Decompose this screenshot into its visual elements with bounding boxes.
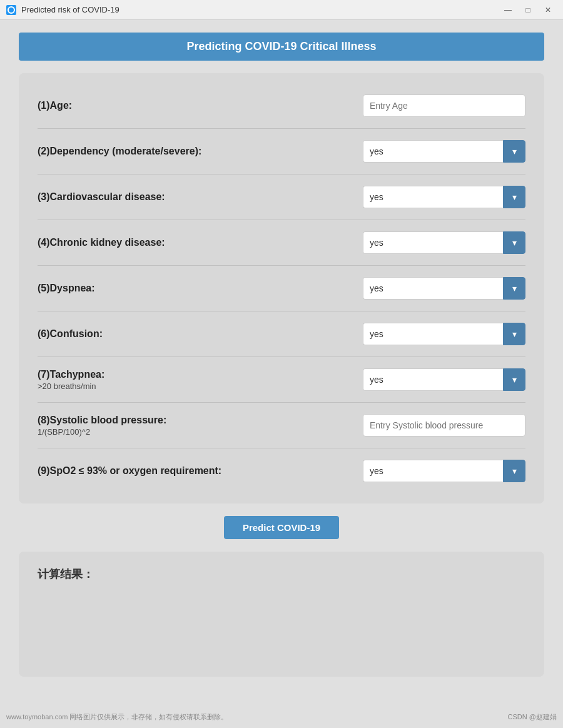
label-group-kidney: (4)Chronic kidney disease: bbox=[38, 237, 363, 248]
select-dyspnea[interactable]: yes no bbox=[363, 277, 503, 300]
label-sbp-sub: 1/(SBP/100)^2 bbox=[38, 427, 363, 437]
result-panel: 计算结果： bbox=[19, 552, 544, 677]
label-group-sbp: (8)Systolic blood pressure: 1/(SBP/100)^… bbox=[38, 415, 363, 437]
label-group-dyspnea: (5)Dyspnea: bbox=[38, 283, 363, 294]
label-dyspnea: (5)Dyspnea: bbox=[38, 283, 95, 293]
form-row-age: (1)Age: bbox=[38, 86, 525, 126]
form-row-kidney: (4)Chronic kidney disease: yes no bbox=[38, 223, 525, 263]
label-dependency: (2)Dependency (moderate/severe): bbox=[38, 146, 201, 156]
control-wrapper-kidney: yes no bbox=[363, 231, 525, 254]
select-wrapper-dyspnea: yes no bbox=[363, 277, 525, 300]
result-title: 计算结果： bbox=[38, 568, 94, 580]
select-kidney[interactable]: yes no bbox=[363, 231, 503, 254]
label-spo2: (9)SpO2 ≤ 93% or oxygen requirement: bbox=[38, 465, 221, 476]
footer-left: www.toymoban.com 网络图片仅供展示，非存储，如有侵权请联系删除。 bbox=[6, 712, 228, 722]
label-confusion: (6)Confusion: bbox=[38, 328, 103, 339]
control-wrapper-cardiovascular: yes no bbox=[363, 186, 525, 208]
predict-button[interactable]: Predict COVID-19 bbox=[224, 516, 339, 539]
label-group-cardiovascular: (3)Cardiovascular disease: bbox=[38, 191, 363, 203]
select-cardiovascular[interactable]: yes no bbox=[363, 186, 503, 208]
select-wrapper-kidney: yes no bbox=[363, 231, 525, 254]
select-btn-kidney[interactable] bbox=[503, 231, 525, 254]
control-wrapper-age bbox=[363, 94, 525, 117]
main-content: Predicting COVID-19 Critical Illness (1)… bbox=[0, 20, 563, 728]
minimize-button[interactable]: — bbox=[499, 4, 517, 16]
label-sbp: (8)Systolic blood pressure: bbox=[38, 415, 166, 425]
select-btn-dependency[interactable] bbox=[503, 140, 525, 163]
label-tachypnea: (7)Tachypnea: bbox=[38, 369, 104, 380]
select-spo2[interactable]: yes no bbox=[363, 460, 503, 482]
close-button[interactable]: ✕ bbox=[539, 4, 557, 16]
app-icon bbox=[6, 5, 16, 15]
form-row-sbp: (8)Systolic blood pressure: 1/(SBP/100)^… bbox=[38, 405, 525, 445]
select-btn-dyspnea[interactable] bbox=[503, 277, 525, 300]
form-row-spo2: (9)SpO2 ≤ 93% or oxygen requirement: yes… bbox=[38, 451, 525, 491]
form-row-tachypnea: (7)Tachypnea: >20 breaths/min yes no bbox=[38, 360, 525, 400]
control-wrapper-confusion: yes no bbox=[363, 323, 525, 345]
maximize-button[interactable]: □ bbox=[519, 4, 537, 16]
form-row-dependency: (2)Dependency (moderate/severe): yes no bbox=[38, 131, 525, 171]
control-wrapper-spo2: yes no bbox=[363, 460, 525, 482]
control-wrapper-dependency: yes no bbox=[363, 140, 525, 163]
label-group-age: (1)Age: bbox=[38, 100, 363, 111]
label-group-spo2: (9)SpO2 ≤ 93% or oxygen requirement: bbox=[38, 465, 363, 477]
predict-btn-wrapper: Predict COVID-19 bbox=[19, 516, 544, 539]
select-confusion[interactable]: yes no bbox=[363, 323, 503, 345]
title-bar-controls: — □ ✕ bbox=[499, 4, 557, 16]
select-wrapper-spo2: yes no bbox=[363, 460, 525, 482]
select-wrapper-tachypnea: yes no bbox=[363, 368, 525, 391]
select-dependency[interactable]: yes no bbox=[363, 140, 503, 163]
input-age[interactable] bbox=[363, 94, 525, 117]
control-wrapper-sbp bbox=[363, 414, 525, 437]
footer: www.toymoban.com 网络图片仅供展示，非存储，如有侵权请联系删除。… bbox=[6, 712, 557, 722]
title-bar-text: Predicted risk of COVID-19 bbox=[21, 5, 499, 14]
footer-right: CSDN @赵建娟 bbox=[508, 712, 557, 722]
label-group-dependency: (2)Dependency (moderate/severe): bbox=[38, 146, 363, 157]
select-btn-spo2[interactable] bbox=[503, 460, 525, 482]
title-bar: Predicted risk of COVID-19 — □ ✕ bbox=[0, 0, 563, 20]
select-btn-tachypnea[interactable] bbox=[503, 368, 525, 391]
label-group-tachypnea: (7)Tachypnea: >20 breaths/min bbox=[38, 369, 363, 391]
form-row-confusion: (6)Confusion: yes no bbox=[38, 314, 525, 354]
select-tachypnea[interactable]: yes no bbox=[363, 368, 503, 391]
label-tachypnea-sub: >20 breaths/min bbox=[38, 382, 363, 391]
select-wrapper-dependency: yes no bbox=[363, 140, 525, 163]
app-title: Predicting COVID-19 Critical Illness bbox=[19, 33, 544, 61]
input-sbp[interactable] bbox=[363, 414, 525, 437]
form-row-cardiovascular: (3)Cardiovascular disease: yes no bbox=[38, 177, 525, 217]
label-kidney: (4)Chronic kidney disease: bbox=[38, 237, 165, 248]
form-row-dyspnea: (5)Dyspnea: yes no bbox=[38, 268, 525, 308]
select-wrapper-cardiovascular: yes no bbox=[363, 186, 525, 208]
label-cardiovascular: (3)Cardiovascular disease: bbox=[38, 191, 165, 202]
label-age: (1)Age: bbox=[38, 100, 72, 111]
control-wrapper-tachypnea: yes no bbox=[363, 368, 525, 391]
select-btn-confusion[interactable] bbox=[503, 323, 525, 345]
control-wrapper-dyspnea: yes no bbox=[363, 277, 525, 300]
form-panel: (1)Age: (2)Dependency (moderate/severe):… bbox=[19, 73, 544, 503]
select-wrapper-confusion: yes no bbox=[363, 323, 525, 345]
select-btn-cardiovascular[interactable] bbox=[503, 186, 525, 208]
label-group-confusion: (6)Confusion: bbox=[38, 328, 363, 340]
